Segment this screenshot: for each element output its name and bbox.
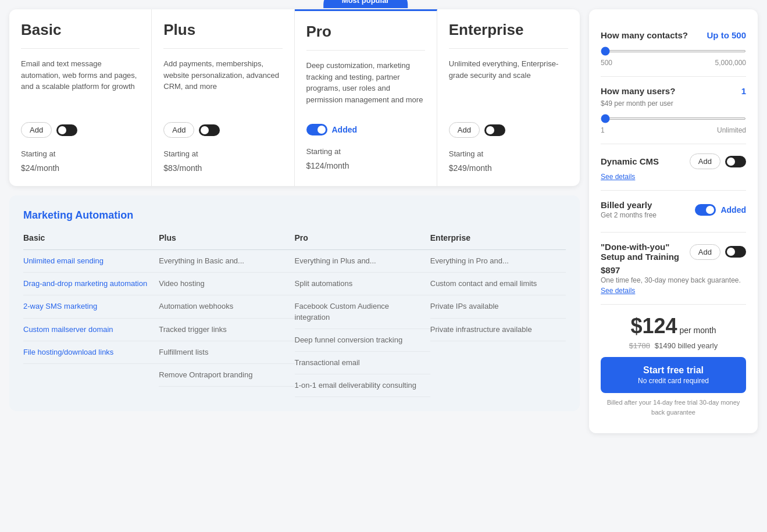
- plans-grid: Basic Email and text message automation,…: [9, 9, 580, 186]
- sidebar-billed-yearly-toggle-row: Added: [695, 204, 746, 216]
- sidebar-setup-add-button[interactable]: Add: [690, 244, 720, 260]
- sidebar-contacts-label: How many contacts?: [601, 30, 688, 40]
- sidebar-pricing-section: $124 per month $1788 $1490 billed yearly…: [601, 305, 746, 422]
- plan-enterprise-description: Unlimited everything, Enterprise-grade s…: [449, 58, 568, 110]
- feature-col-plus-header: Plus: [159, 233, 294, 250]
- sidebar-billed-yearly-section: Billed yearly Get 2 months free Added: [601, 191, 746, 233]
- sidebar-contacts-value: Up to 500: [707, 30, 746, 40]
- plan-plus-price: $83/month: [163, 159, 282, 174]
- feature-col-basic: Basic Unlimited email sending Drag-and-d…: [23, 233, 159, 397]
- plan-plus: Plus Add payments, memberships, website …: [152, 9, 294, 186]
- users-slider-max: Unlimited: [717, 126, 746, 134]
- feature-item: 1-on-1 email deliverability consulting: [295, 374, 430, 397]
- no-card-label: No credit card required: [609, 377, 738, 385]
- sidebar-billed-yearly-label: Billed yearly: [601, 200, 657, 210]
- plan-pro-name: Pro: [306, 23, 425, 51]
- sidebar-contacts-slider[interactable]: [601, 50, 746, 52]
- feature-item: Unlimited email sending: [23, 250, 159, 273]
- sidebar-setup-row: "Done-with-you" Setup and Training Add: [601, 242, 746, 262]
- feature-item: 2-way SMS marketing: [23, 295, 159, 318]
- feature-item: Private infrastructure available: [430, 319, 566, 341]
- sidebar-old-price: $1788: [629, 341, 650, 350]
- plan-pro-price-section: Starting at $124/month: [306, 147, 425, 172]
- plan-plus-add-button[interactable]: Add: [163, 122, 194, 138]
- feature-item: Custom contact and email limits: [430, 273, 566, 295]
- sidebar-billed-yearly-toggle[interactable]: [695, 204, 716, 216]
- sidebar-users-label: How many users?: [601, 86, 675, 96]
- slider-max-label: 5,000,000: [715, 59, 746, 67]
- sidebar-setup-add-row: Add: [690, 244, 746, 260]
- sidebar-cms-add-row: Add: [690, 153, 746, 169]
- sidebar-billed-yearly-amount: $1490 billed yearly: [655, 341, 718, 350]
- sidebar: How many contacts? Up to 500 500 5,000,0…: [589, 9, 758, 433]
- sidebar-users-slider-labels: 1 Unlimited: [601, 126, 746, 134]
- feature-col-enterprise-header: Enterprise: [430, 233, 566, 250]
- plan-pro-added-label: Added: [332, 125, 358, 134]
- sidebar-billed-yearly-sublabel: Get 2 months free: [601, 211, 657, 219]
- plan-pro-toggle[interactable]: [306, 124, 327, 135]
- plan-basic-toggle[interactable]: [56, 124, 77, 136]
- sidebar-cms-section: Dynamic CMS Add See details: [601, 144, 746, 191]
- plans-card: Basic Email and text message automation,…: [9, 9, 580, 186]
- plan-enterprise: Enterprise Unlimited everything, Enterpr…: [437, 9, 580, 186]
- feature-item: Automation webhooks: [159, 295, 294, 318]
- sidebar-users-slider-container: [601, 112, 746, 122]
- sidebar-setup-toggle[interactable]: [725, 246, 746, 258]
- feature-item: Split automations: [295, 273, 430, 295]
- sidebar-users-row: How many users? 1: [601, 86, 746, 96]
- feature-item: Remove Ontraport branding: [159, 364, 294, 387]
- feature-col-basic-header: Basic: [23, 233, 159, 250]
- sidebar-users-sublabel: $49 per month per user: [601, 99, 746, 108]
- feature-item: Fulfillment lists: [159, 341, 294, 364]
- slider-min-label: 500: [601, 59, 612, 67]
- sidebar-contacts-slider-container: [601, 45, 746, 54]
- sidebar-users-section: How many users? 1 $49 per month per user…: [601, 77, 746, 144]
- plan-plus-toggle[interactable]: [199, 124, 220, 136]
- sidebar-setup-sublabel: One time fee, 30-day money back guarante…: [601, 276, 746, 284]
- feature-col-pro: Pro Everything in Plus and... Split auto…: [295, 233, 430, 397]
- plan-enterprise-toggle[interactable]: [484, 124, 505, 136]
- sidebar-contacts-slider-labels: 500 5,000,000: [601, 59, 746, 67]
- feature-item: Deep funnel conversion tracking: [295, 329, 430, 352]
- sidebar-setup-see-details[interactable]: See details: [601, 287, 746, 295]
- plan-plus-description: Add payments, memberships, website perso…: [163, 58, 282, 110]
- sidebar-main-price-unit: per month: [679, 326, 716, 335]
- sidebar-setup-price: $897: [601, 265, 746, 275]
- plan-basic-name: Basic: [21, 21, 140, 49]
- feature-item: Drag-and-drop marketing automation: [23, 273, 159, 295]
- sidebar-billed-yearly-price-row: $1788 $1490 billed yearly: [601, 341, 746, 350]
- plan-basic-add-button[interactable]: Add: [21, 122, 52, 138]
- sidebar-cms-toggle[interactable]: [725, 156, 746, 167]
- trial-note: Billed after your 14-day free trial 30-d…: [601, 398, 746, 417]
- start-trial-button[interactable]: Start free trial No credit card required: [601, 357, 746, 393]
- sidebar-cms-add-button[interactable]: Add: [690, 153, 720, 169]
- feature-col-pro-header: Pro: [295, 233, 430, 250]
- plan-enterprise-price-section: Starting at $249/month: [449, 149, 568, 174]
- plan-basic-price-section: Starting at $24/month: [21, 149, 140, 174]
- plan-pro-toggle-row: Added: [306, 124, 425, 135]
- plan-plus-price-section: Starting at $83/month: [163, 149, 282, 174]
- users-slider-min: 1: [601, 126, 605, 134]
- most-popular-badge: Most popular: [323, 0, 408, 8]
- sidebar-billed-yearly-row: Billed yearly Get 2 months free Added: [601, 200, 746, 219]
- marketing-automation-title: Marketing Automation: [23, 209, 566, 222]
- sidebar-cms-row: Dynamic CMS Add: [601, 153, 746, 169]
- feature-item: Everything in Basic and...: [159, 250, 294, 273]
- plan-enterprise-starting-at: Starting at: [449, 149, 568, 158]
- plan-basic-toggle-row: Add: [21, 122, 140, 138]
- marketing-automation-section: Marketing Automation Basic Unlimited ema…: [9, 195, 580, 411]
- plan-enterprise-add-button[interactable]: Add: [449, 122, 480, 138]
- feature-item: Everything in Pro and...: [430, 250, 566, 273]
- plan-plus-toggle-row: Add: [163, 122, 282, 138]
- plan-basic: Basic Email and text message automation,…: [9, 9, 152, 186]
- plan-pro-description: Deep customization, marketing tracking a…: [306, 60, 425, 112]
- feature-item: Everything in Plus and...: [295, 250, 430, 273]
- start-trial-label: Start free trial: [643, 365, 704, 375]
- plan-plus-starting-at: Starting at: [163, 149, 282, 158]
- feature-col-enterprise: Enterprise Everything in Pro and... Cust…: [430, 233, 566, 397]
- sidebar-users-slider[interactable]: [601, 117, 746, 120]
- sidebar-cms-see-details[interactable]: See details: [601, 173, 746, 181]
- sidebar-contacts-row: How many contacts? Up to 500: [601, 30, 746, 40]
- plan-plus-name: Plus: [163, 21, 282, 49]
- feature-item: Video hosting: [159, 273, 294, 295]
